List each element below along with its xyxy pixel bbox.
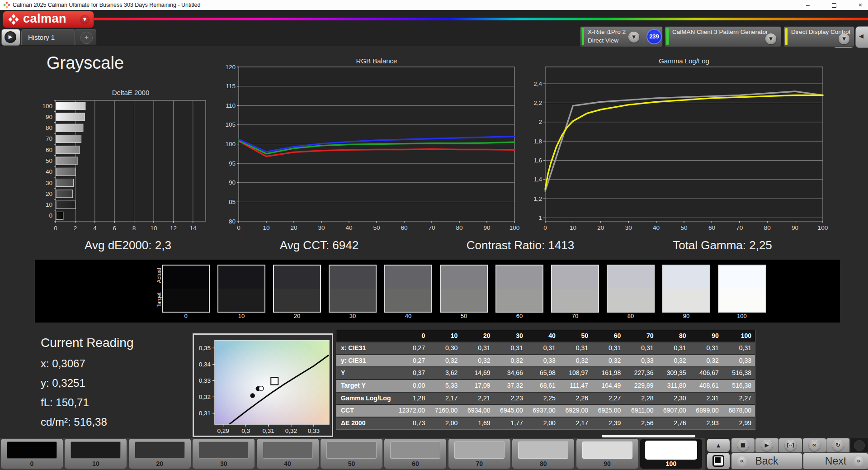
meter-count-badge[interactable]: 239: [646, 29, 662, 44]
svg-text:40: 40: [46, 168, 52, 175]
svg-text:4: 4: [93, 225, 97, 232]
pattern-position-button[interactable]: [707, 453, 730, 469]
svg-text:10: 10: [46, 201, 52, 208]
pattern-tile-0[interactable]: 0: [1, 439, 63, 469]
svg-text:0,31: 0,31: [263, 427, 274, 434]
pattern-tile-30[interactable]: 30: [193, 439, 255, 469]
pattern-tile-80[interactable]: 80: [512, 439, 574, 469]
collapse-panel-button[interactable]: ◀: [855, 26, 868, 48]
pattern-tile-70[interactable]: 70: [448, 439, 510, 469]
tile-label: 20: [129, 460, 191, 467]
close-button[interactable]: ×: [850, 0, 868, 10]
swatch-target: [608, 289, 654, 312]
pattern-tile-100[interactable]: 100: [640, 439, 702, 469]
table-cell: 2,17: [429, 393, 461, 404]
device-label: X-Rite i1Pro 2: [588, 28, 626, 35]
stop-button[interactable]: ■: [731, 438, 755, 452]
svg-text:100: 100: [818, 224, 828, 231]
restore-icon: [832, 3, 836, 8]
refresh-button[interactable]: ↻: [826, 438, 849, 452]
svg-text:0: 0: [54, 225, 57, 232]
pattern-tile-90[interactable]: 90: [576, 439, 638, 469]
table-cell: 6937,00: [527, 405, 559, 417]
measurement-table: 0102030405060708090100x: CIE310,270,300,…: [336, 330, 755, 430]
pattern-tile-60[interactable]: 60: [384, 439, 446, 469]
pattern-tile-20[interactable]: 20: [129, 439, 191, 469]
table-cell: 0,31: [494, 342, 527, 354]
back-button[interactable]: «Back: [731, 453, 802, 469]
minimize-button[interactable]: –: [797, 0, 818, 10]
column-header: 20: [461, 330, 494, 342]
pattern-up-button[interactable]: ▲: [707, 439, 730, 452]
current-reading-y: y: 0,3251: [41, 377, 85, 389]
calman-logo-button[interactable]: calman ▼: [3, 11, 94, 28]
target-row-label: Target: [156, 284, 162, 316]
svg-text:100: 100: [42, 103, 52, 109]
chevron-down-icon[interactable]: ▼: [765, 33, 776, 44]
table-cell: 0,31: [559, 342, 592, 354]
restore-button[interactable]: [824, 0, 844, 10]
tile-patch: [263, 442, 313, 459]
svg-text:60: 60: [401, 224, 407, 231]
chevron-left-icon: ◀: [859, 33, 863, 39]
add-tab-button[interactable]: +: [75, 29, 96, 45]
swatch-target: [441, 289, 487, 312]
table-cell: 1,28: [396, 393, 429, 404]
tab-history-1[interactable]: History 1: [21, 29, 75, 45]
table-cell: 34,66: [494, 367, 527, 379]
table-cell: 3,62: [429, 367, 461, 379]
table-scrollbar[interactable]: [602, 435, 695, 437]
device-dropdown-3[interactable]: Direct Display Control▼: [783, 26, 854, 47]
table-cell: 2,26: [559, 393, 592, 404]
stat-avg-de2000: Avg dE2000: 2,3: [60, 238, 196, 252]
table-cell: 65,98: [527, 367, 559, 379]
svg-text:95: 95: [229, 160, 236, 167]
pattern-tile-40[interactable]: 40: [257, 439, 319, 469]
continuous-button[interactable]: ∞: [803, 438, 826, 452]
table-cell: 2,27: [722, 393, 755, 404]
grayscale-swatch-30: [329, 265, 377, 313]
svg-text:0,32: 0,32: [285, 427, 297, 434]
pattern-tile-10[interactable]: 10: [65, 439, 127, 469]
grayscale-swatch-70: [551, 265, 599, 313]
table-cell: 311,80: [657, 380, 689, 392]
next-button[interactable]: Next»: [803, 453, 868, 469]
swatch-target: [385, 289, 431, 312]
column-header: 10: [429, 330, 461, 342]
chevron-down-icon[interactable]: ▼: [628, 32, 639, 43]
svg-text:1,6: 1,6: [533, 157, 542, 164]
svg-text:20: 20: [597, 224, 604, 231]
pattern-tile-50[interactable]: 50: [321, 439, 382, 469]
svg-text:80: 80: [229, 218, 236, 225]
stat-total-gamma: Total Gamma: 2,25: [655, 238, 790, 252]
svg-text:2,2: 2,2: [533, 100, 542, 106]
swatch-actual: [496, 266, 542, 289]
app-icon: [3, 1, 10, 9]
row-label: x: CIE31: [336, 342, 396, 354]
tab-scroll-button[interactable]: ▶: [1, 29, 20, 46]
table-cell: 2,17: [559, 418, 592, 429]
svg-text:120: 120: [225, 64, 236, 71]
device-dropdown-1[interactable]: X-Rite i1Pro 2Direct View▼239: [580, 26, 663, 47]
table-cell: 0,32: [690, 355, 722, 367]
table-cell: 2,28: [624, 393, 657, 404]
gamma-chart: 11,21,41,61,822,22,401020304050607080901…: [525, 63, 829, 232]
chevron-down-icon[interactable]: ▼: [839, 33, 849, 44]
table-cell: 2,25: [527, 393, 559, 404]
record-icon[interactable]: [854, 440, 865, 451]
logo-menu-chevron-icon[interactable]: ▼: [80, 15, 90, 24]
table-cell: 161,98: [592, 367, 624, 379]
svg-text:70: 70: [46, 135, 52, 142]
grayscale-swatch-50: [440, 265, 488, 313]
table-cell: 108,97: [559, 367, 592, 379]
table-cell: 0,32: [657, 355, 689, 367]
play-button[interactable]: ▶: [755, 438, 778, 452]
tile-patch: [326, 442, 377, 459]
swatch-actual: [608, 266, 654, 289]
table-row: y: CIE310,270,320,320,320,330,320,320,33…: [336, 354, 755, 367]
svg-text:110: 110: [226, 102, 236, 109]
tile-label: 70: [448, 460, 510, 467]
measure-button[interactable]: [··]: [779, 438, 802, 452]
swatch-level-label: 80: [607, 313, 655, 319]
device-dropdown-2[interactable]: CalMAN Client 3 Pattern Generator▼: [665, 26, 781, 47]
